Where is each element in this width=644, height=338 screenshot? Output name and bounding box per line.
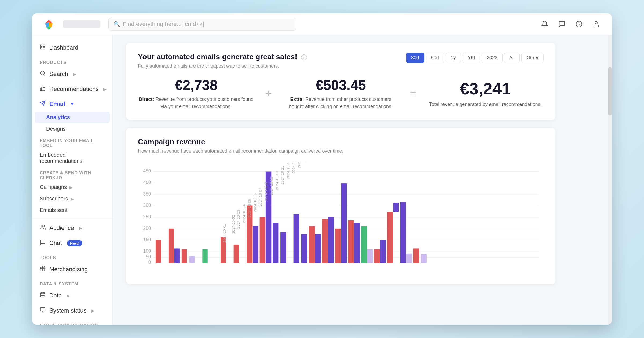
chat-nav-icon (40, 239, 46, 247)
svg-text:450: 450 (143, 168, 151, 174)
sidebar-item-recommendations[interactable]: Recommendations ▶ (32, 82, 112, 97)
svg-text:2024-10-01: 2024-10-01 (222, 224, 226, 243)
campaigns-arrow-icon: ▶ (69, 185, 73, 190)
sidebar-item-campaigns[interactable]: Campaigns ▶ (32, 181, 112, 193)
sidebar-item-subscribers[interactable]: Subscribers ▶ (32, 193, 112, 204)
merchandising-icon (40, 266, 46, 273)
campaigns-label: Campaigns (40, 184, 67, 190)
svg-text:2024-10-03: 2024-10-03 (236, 210, 240, 229)
topbar-icons (540, 19, 601, 29)
svg-text:350: 350 (143, 191, 151, 197)
system-status-arrow-icon: ▶ (91, 308, 94, 313)
browser-topbar: 🔍 Find everything here... [cmd+k] (32, 13, 612, 35)
bar-lavender-29 (406, 254, 412, 263)
email-label: Email (49, 101, 65, 108)
dashboard-icon (40, 44, 46, 52)
sidebar-item-audience[interactable]: Audience ▶ (32, 221, 112, 236)
emails-sent-label: Emails sent (40, 207, 67, 213)
sidebar-item-data[interactable]: Data ▶ (32, 288, 112, 303)
scrollbar-thumb[interactable] (608, 67, 612, 115)
time-filters: 30d 90d 1y Ytd 2023 All Other (406, 53, 544, 63)
svg-text:2024-10-12: 2024-10-12 (286, 162, 290, 179)
sidebar-item-embedded-recs[interactable]: Embedded recommendations (32, 149, 112, 167)
svg-text:300: 300 (143, 203, 151, 208)
bar-purple-27 (380, 240, 386, 263)
svg-text:2024-10-05: 2024-10-05 (247, 199, 251, 217)
bar-purple-25 (354, 223, 360, 263)
sidebar-item-merchandising[interactable]: Merchandising (32, 262, 112, 277)
filter-ytd[interactable]: Ytd (463, 53, 480, 63)
help-icon[interactable] (574, 19, 584, 29)
bar-purple-22 (315, 234, 321, 263)
sidebar-item-analytics[interactable]: Analytics (35, 112, 110, 123)
scrollbar-track[interactable] (608, 35, 612, 325)
bar-green-07 (202, 249, 207, 263)
main-content: Your automated emails generate great sal… (113, 35, 608, 325)
svg-point-11 (41, 225, 43, 227)
embedded-recs-label: Embedded recommendations (40, 152, 82, 164)
section-data-system: DATA & SYSTEM (32, 277, 112, 288)
notifications-icon[interactable] (540, 19, 550, 29)
revenue-numbers: €2,738 Direct: Revenue from products you… (138, 77, 544, 110)
email-arrow-icon: ▼ (70, 102, 74, 106)
section-store-config: STORE CONFIGURATION (32, 318, 112, 325)
sidebar-item-system-status[interactable]: System status ▶ (32, 303, 112, 318)
svg-point-7 (41, 71, 45, 75)
analytics-label: Analytics (46, 114, 70, 120)
data-arrow-icon: ▶ (67, 293, 70, 298)
data-label: Data (49, 292, 62, 299)
bar-red-24 (335, 229, 341, 263)
bar-lavender-05 (189, 256, 195, 263)
filter-2023[interactable]: 2023 (482, 53, 503, 63)
merchandising-label: Merchandising (49, 266, 88, 273)
recommendations-label: Recommendations (49, 86, 98, 93)
bar-purple-20 (294, 214, 299, 263)
sidebar-item-email[interactable]: Email ▼ (32, 97, 112, 112)
svg-text:2024-10-06: 2024-10-06 (253, 193, 257, 212)
chat-icon[interactable] (557, 19, 567, 29)
bar-red-23 (322, 219, 328, 263)
sidebar-item-search[interactable]: Search ▶ (32, 67, 112, 82)
sidebar-item-dashboard[interactable]: Dashboard (32, 40, 112, 55)
filter-other[interactable]: Other (521, 53, 544, 63)
filter-all[interactable]: All (504, 53, 520, 63)
svg-text:400: 400 (143, 180, 151, 185)
bar-red-16 (260, 217, 265, 263)
sidebar-item-emails-sent[interactable]: Emails sent (32, 204, 112, 216)
extra-label: Extra: Revenue from other products custo… (283, 96, 399, 110)
bar-red-03 (169, 229, 174, 263)
bar-red-27 (374, 249, 380, 263)
bar-red-25 (348, 220, 354, 263)
filter-90d[interactable]: 90d (426, 53, 444, 63)
svg-text:2024-10-07: 2024-10-07 (258, 188, 262, 206)
filter-30d[interactable]: 30d (406, 53, 424, 63)
svg-text:100: 100 (143, 248, 151, 254)
direct-amount: €2,738 (138, 77, 254, 93)
subscribers-arrow-icon: ▶ (71, 197, 74, 201)
revenue-info-icon[interactable]: i (301, 54, 307, 60)
sidebar-item-designs[interactable]: Designs (32, 123, 112, 135)
plus-operator: + (265, 87, 272, 100)
svg-text:150: 150 (143, 237, 151, 242)
bar-chart: 450 400 350 300 250 200 150 100 50 0 (138, 162, 544, 275)
search-nav-icon (40, 70, 46, 78)
browser-window: 🔍 Find everything here... [cmd+k] (32, 13, 612, 325)
svg-rect-15 (40, 308, 45, 311)
global-search-bar[interactable]: 🔍 Find everything here... [cmd+k] (108, 18, 296, 31)
svg-text:2024-10-11: 2024-10-11 (280, 166, 284, 184)
sidebar-item-chat[interactable]: Chat New! (32, 236, 112, 251)
bar-purple-18 (280, 232, 286, 263)
total-label: Total revenue generated by email recomme… (427, 101, 544, 108)
user-icon[interactable] (591, 19, 601, 29)
bar-lavender-31 (421, 254, 427, 263)
store-name-placeholder (63, 20, 100, 28)
bar-purple-17 (273, 223, 278, 263)
revenue-card: Your automated emails generate great sal… (126, 43, 555, 120)
search-icon: 🔍 (114, 21, 120, 27)
bar-red-28 (387, 212, 393, 263)
svg-text:2024-10-09: 2024-10-09 (269, 177, 273, 195)
filter-1y[interactable]: 1y (446, 53, 461, 63)
recommendations-icon (40, 85, 46, 93)
equals-operator: = (410, 87, 416, 100)
embed-label: EMBED IN YOUR EMAIL TOOL (32, 135, 112, 149)
